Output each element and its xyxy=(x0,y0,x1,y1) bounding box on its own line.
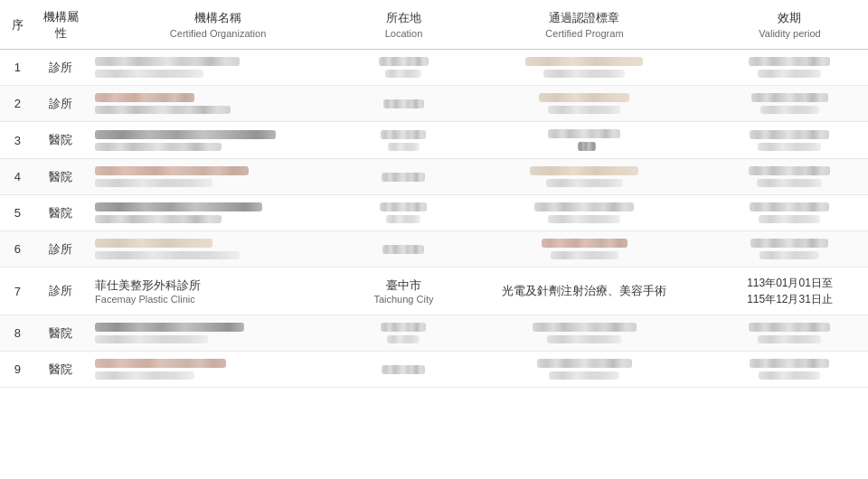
cell-validity xyxy=(712,159,868,195)
cell-type: 醫院 xyxy=(35,195,86,231)
cell-name xyxy=(86,352,350,388)
cell-program xyxy=(458,50,712,86)
header-name: 機構名稱 Certified Organization xyxy=(86,0,350,50)
cell-program xyxy=(458,195,712,231)
cell-location xyxy=(350,195,458,231)
table-row-visible: 7 診所 菲仕美整形外科診所 Facemay Plastic Clinic 臺中… xyxy=(0,268,868,315)
cell-seq: 9 xyxy=(0,352,35,388)
cell-location xyxy=(350,122,458,159)
cell-seq: 2 xyxy=(0,86,35,122)
cell-location xyxy=(350,231,458,268)
cell-program xyxy=(458,86,712,122)
cell-seq: 5 xyxy=(0,195,35,231)
cell-location xyxy=(350,315,458,352)
certified-organizations-table: 序 機構屬性 機構名稱 Certified Organization 所在地 L… xyxy=(0,0,868,388)
cell-program xyxy=(458,159,712,195)
table-header-row: 序 機構屬性 機構名稱 Certified Organization 所在地 L… xyxy=(0,0,868,50)
main-container: 序 機構屬性 機構名稱 Certified Organization 所在地 L… xyxy=(0,0,868,479)
cell-validity xyxy=(712,352,868,388)
table-row: 3 醫院 xyxy=(0,122,868,159)
cell-type: 診所 xyxy=(35,50,86,86)
cell-type: 醫院 xyxy=(35,352,86,388)
cell-validity xyxy=(712,50,868,86)
table-row: 1 診所 xyxy=(0,50,868,86)
cell-type: 醫院 xyxy=(35,159,86,195)
cell-type: 醫院 xyxy=(35,122,86,159)
table-row: 9 醫院 xyxy=(0,352,868,388)
table-row: 5 醫院 xyxy=(0,195,868,231)
cell-name: 菲仕美整形外科診所 Facemay Plastic Clinic xyxy=(86,268,350,315)
table-row: 6 診所 xyxy=(0,231,868,268)
cell-program xyxy=(458,352,712,388)
cell-type: 診所 xyxy=(35,231,86,268)
cell-type: 診所 xyxy=(35,268,86,315)
cell-validity xyxy=(712,315,868,352)
cell-location xyxy=(350,352,458,388)
header-location: 所在地 Location xyxy=(350,0,458,50)
cell-name xyxy=(86,315,350,352)
cell-seq: 4 xyxy=(0,159,35,195)
header-type: 機構屬性 xyxy=(35,0,86,50)
cell-validity: 113年01月01日至 115年12月31日止 xyxy=(712,268,868,315)
cell-seq: 8 xyxy=(0,315,35,352)
cell-name xyxy=(86,86,350,122)
cell-seq: 3 xyxy=(0,122,35,159)
cell-program: 光電及針劑注射治療、美容手術 xyxy=(458,268,712,315)
table-row: 8 醫院 xyxy=(0,315,868,352)
header-program: 通過認證標章 Certified Program xyxy=(458,0,712,50)
table-row: 4 醫院 xyxy=(0,159,868,195)
cell-validity xyxy=(712,122,868,159)
cell-location xyxy=(350,50,458,86)
cell-name xyxy=(86,122,350,159)
cell-seq: 1 xyxy=(0,50,35,86)
cell-validity xyxy=(712,86,868,122)
cell-name xyxy=(86,159,350,195)
cell-type: 醫院 xyxy=(35,315,86,352)
cell-location: 臺中市 Taichung City xyxy=(350,268,458,315)
cell-name xyxy=(86,195,350,231)
cell-seq: 6 xyxy=(0,231,35,268)
cell-type: 診所 xyxy=(35,86,86,122)
header-seq: 序 xyxy=(0,0,35,50)
cell-program xyxy=(458,315,712,352)
table-row: 2 診所 xyxy=(0,86,868,122)
header-validity: 效期 Validity period xyxy=(712,0,868,50)
cell-location xyxy=(350,159,458,195)
cell-program xyxy=(458,122,712,159)
cell-name xyxy=(86,50,350,86)
cell-location xyxy=(350,86,458,122)
cell-seq: 7 xyxy=(0,268,35,315)
cell-validity xyxy=(712,195,868,231)
cell-validity xyxy=(712,231,868,268)
cell-program xyxy=(458,231,712,268)
cell-name xyxy=(86,231,350,268)
